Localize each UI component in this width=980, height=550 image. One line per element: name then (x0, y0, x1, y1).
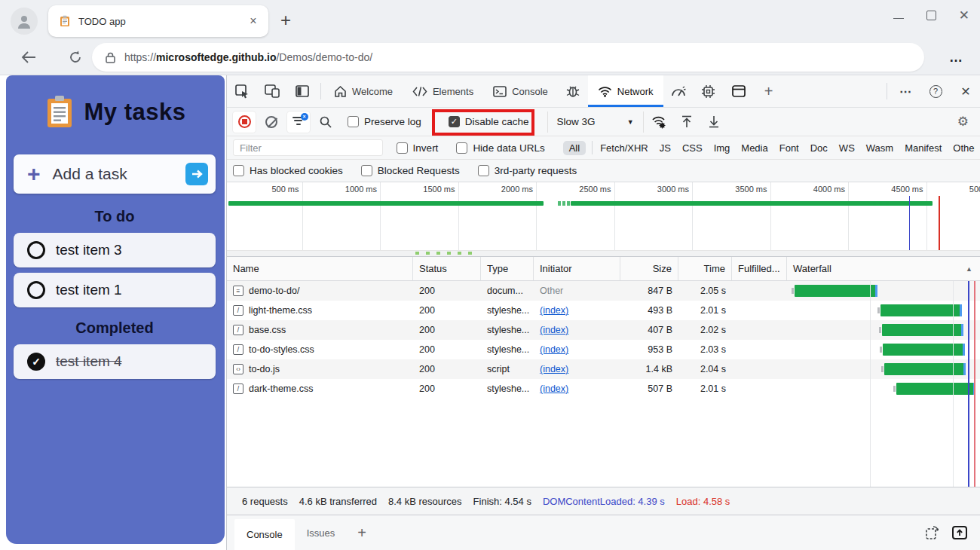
filter-chip-font[interactable]: Font (779, 142, 799, 154)
tab-network[interactable]: Network (588, 75, 663, 107)
browser-menu-button[interactable]: … (949, 50, 963, 66)
filmstrip-tick (447, 252, 451, 255)
filter-chip-ws[interactable]: WS (839, 142, 855, 154)
filter-chip-manifest[interactable]: Manifest (905, 142, 942, 154)
network-settings-gear-icon[interactable]: ⚙ (957, 114, 969, 130)
application-button[interactable] (724, 75, 754, 107)
export-har-button[interactable] (703, 112, 725, 133)
column-header-status[interactable]: Status (413, 257, 481, 280)
unchecked-circle-icon[interactable] (27, 281, 45, 299)
add-task-field[interactable]: + Add a task (14, 154, 216, 194)
column-header-time[interactable]: Time (678, 257, 732, 280)
import-har-button[interactable] (675, 112, 698, 133)
throttling-select[interactable]: Slow 3G ▼ (547, 112, 644, 133)
request-name-cell[interactable]: /dark-theme.css (227, 379, 413, 399)
memory-button[interactable] (694, 75, 724, 107)
todo-item[interactable]: test item 3 (14, 233, 216, 267)
address-bar[interactable]: https://microsoftedge.github.io/Demos/de… (92, 43, 924, 72)
request-row[interactable]: /base.css200styleshe...(index)407 B2.02 … (227, 320, 980, 340)
cpu-chip-icon (701, 84, 715, 99)
filter-chip-doc[interactable]: Doc (810, 142, 828, 154)
column-header-type[interactable]: Type (481, 257, 534, 280)
timeline-overview[interactable]: 500 ms1000 ms1500 ms2000 ms2500 ms3000 m… (227, 182, 980, 257)
filter-chip-img[interactable]: Img (714, 142, 730, 154)
devtools-close-button[interactable]: ✕ (951, 75, 980, 107)
expand-drawer-icon[interactable] (952, 526, 967, 539)
initiator-link[interactable]: (index) (540, 383, 568, 394)
browser-tab[interactable]: TODO app × (48, 5, 268, 37)
network-conditions-button[interactable] (648, 112, 671, 133)
unchecked-circle-icon[interactable] (27, 241, 45, 259)
devtools-help-button[interactable]: ? (920, 75, 951, 107)
initiator-link[interactable]: (index) (540, 364, 568, 374)
request-row[interactable]: ‹›to-do.js200script(index)1.4 kB2.04 s (227, 359, 980, 379)
dock-side-button[interactable] (287, 75, 317, 107)
todo-item[interactable]: ✓test item 4 (14, 344, 216, 379)
request-row[interactable]: ≡demo-to-do/200docum...Other847 B2.05 s (227, 281, 980, 301)
clear-network-log-button[interactable] (260, 112, 283, 133)
drawer-tab-console[interactable]: Console (234, 519, 295, 550)
column-header-initiator[interactable]: Initiator (534, 257, 620, 280)
has-blocked-cookies-checkbox[interactable] (233, 165, 244, 176)
back-button[interactable] (18, 47, 39, 68)
profile-avatar[interactable] (11, 8, 38, 35)
hide-data-urls-checkbox[interactable] (456, 142, 467, 154)
chevron-down-icon: ▼ (627, 118, 634, 126)
search-button[interactable] (314, 112, 337, 133)
invert-checkbox[interactable] (397, 142, 408, 154)
column-header-name[interactable]: Name (227, 257, 413, 280)
filter-toggle-button[interactable]: × (287, 112, 310, 133)
tab-console[interactable]: Console (483, 75, 558, 107)
filter-chip-media[interactable]: Media (741, 142, 767, 154)
filter-chip-wasm[interactable]: Wasm (866, 142, 893, 154)
document-icon: ≡ (233, 286, 243, 296)
filter-chip-fetchxhr[interactable]: Fetch/XHR (600, 142, 648, 154)
column-header-size[interactable]: Size (620, 257, 678, 280)
request-name-cell[interactable]: /light-theme.css (227, 301, 413, 320)
filter-chip-all[interactable]: All (563, 141, 586, 155)
device-rotate-icon[interactable] (923, 526, 939, 539)
request-row[interactable]: /to-do-styles.css200styleshe...(index)95… (227, 340, 980, 359)
devtools-more-button[interactable]: ⋯ (890, 75, 920, 107)
drawer-tab-issues[interactable]: Issues (295, 515, 348, 550)
minimize-button[interactable] (893, 18, 904, 19)
request-name-cell[interactable]: ≡demo-to-do/ (227, 281, 413, 301)
drawer-add-tab-button[interactable]: + (347, 515, 377, 550)
column-header-waterfall[interactable]: Waterfall▲ (787, 257, 980, 280)
initiator-link[interactable]: (index) (540, 305, 568, 316)
filter-input[interactable] (233, 139, 383, 156)
third-party-requests-checkbox[interactable] (478, 165, 489, 176)
request-name-cell[interactable]: /base.css (227, 320, 413, 340)
request-name-cell[interactable]: ‹›to-do.js (227, 359, 413, 379)
blocked-requests-checkbox[interactable] (361, 165, 372, 176)
filter-chip-css[interactable]: CSS (682, 142, 703, 154)
initiator-link[interactable]: (index) (540, 325, 568, 335)
issues-bug-button[interactable] (558, 75, 588, 107)
tab-welcome[interactable]: Welcome (324, 75, 403, 107)
request-row[interactable]: /light-theme.css200styleshe...(index)493… (227, 301, 980, 320)
disable-cache-checkbox[interactable] (449, 116, 460, 127)
column-header-fulfilled[interactable]: Fulfilled... (732, 257, 787, 280)
filter-chip-js[interactable]: JS (660, 142, 671, 154)
checked-circle-icon[interactable]: ✓ (27, 353, 45, 371)
todo-item[interactable]: test item 1 (14, 273, 216, 307)
refresh-button[interactable] (65, 47, 86, 68)
tab-close-icon[interactable]: × (246, 14, 261, 28)
status-cell: 200 (413, 379, 481, 399)
submit-task-button[interactable] (185, 163, 208, 185)
initiator-link[interactable]: (index) (540, 344, 568, 355)
more-tabs-button[interactable]: + (754, 75, 784, 107)
close-window-button[interactable]: ✕ (959, 11, 969, 20)
preserve-log-checkbox[interactable] (348, 116, 359, 127)
device-emulation-button[interactable] (257, 75, 287, 107)
new-tab-button[interactable]: + (280, 11, 291, 29)
filter-chip-other[interactable]: Other (953, 142, 975, 154)
record-network-log-button[interactable] (233, 112, 256, 133)
performance-button[interactable] (663, 75, 694, 107)
request-row[interactable]: /dark-theme.css200styleshe...(index)507 … (227, 379, 980, 399)
tab-elements[interactable]: Elements (403, 75, 483, 107)
size-cell: 507 B (620, 379, 678, 399)
request-name-cell[interactable]: /to-do-styles.css (227, 340, 413, 359)
inspect-element-button[interactable] (227, 75, 257, 107)
maximize-button[interactable] (926, 11, 936, 20)
